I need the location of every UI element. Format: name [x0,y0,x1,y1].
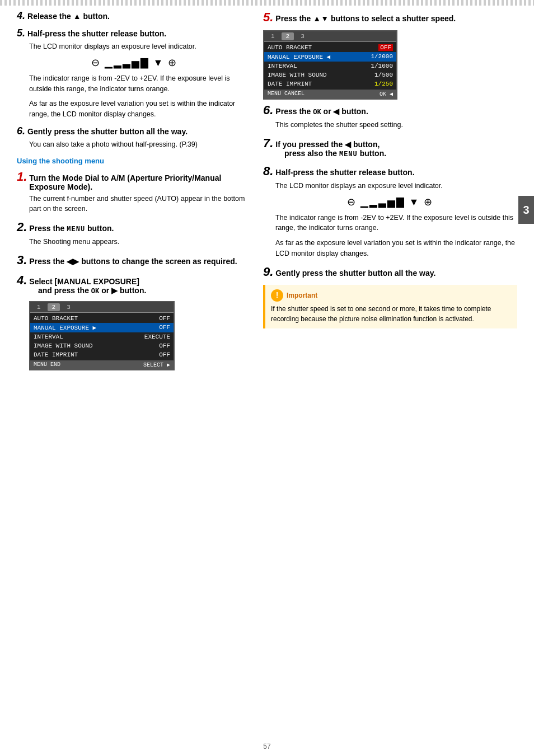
step-5-left-body1: The LCD monitor displays an exposure lev… [29,41,252,52]
right-row-4-label: DATE IMPRINT [268,81,312,87]
right-step-8-body3: As far as the exposure level variation y… [275,238,517,259]
right-step-8-number: 8. [263,164,273,179]
right-step-9-number: 9. [263,265,273,279]
right-camera-menu: 1 2 3 AUTO BRACKET OFF MANUAL EXPOSURE ◀… [263,30,397,100]
left-menu-footer: MENU END SELECT ▶ [30,360,174,369]
right-menu-row-2: INTERVAL 1/1000 [264,62,396,71]
shoot-step-2-body: The Shooting menu appears. [29,237,252,247]
shoot-step-1-number: 1. [17,170,27,184]
right-step-6-number: 6. [263,103,273,118]
left-menu-row-0: AUTO BRACKET OFF [30,314,174,323]
right-step-7-title: If you pressed the ◀ button, press also … [275,140,386,158]
right-row-2-value: 1/1000 [371,63,393,69]
important-text: If the shutter speed is set to one secon… [271,304,512,324]
right-step-8-body2: The indicator range is from -2EV to +2EV… [275,213,517,234]
right-footer-right: OK ◀ [380,91,393,97]
right-footer-left: MENU CANCEL [268,91,305,97]
exposure-indicator-1: ⊖ ▁▂▃▅▇ ▼ ⊕ [17,57,252,69]
left-tab-3: 3 [62,303,75,311]
shoot-step-4: 4. Select [MANUAL EXPOSURE] and press th… [17,273,252,295]
step-5-left-body2: The indicator range is from -2EV to +2EV… [29,73,252,95]
step-5-left-title: Half-press the shutter release button. [27,29,166,38]
left-menu-tabs: 1 2 3 [30,302,174,313]
right-tab-1: 1 [266,32,279,40]
right-step-7-number: 7. [263,136,273,151]
left-row-2-value: EXECUTE [144,334,170,340]
right-step-5-header: 5. Press the ▲▼ buttons to select a shut… [263,10,517,25]
left-tab-1: 1 [32,303,45,311]
step-5-left-header: 5. Half-press the shutter release button… [17,27,252,39]
right-menu-row-3: IMAGE WITH SOUND 1/500 [264,71,396,79]
step-6-left-title: Gently press the shutter button all the … [27,127,188,136]
page-number: 57 [0,737,534,756]
shoot-step-3-number: 3. [17,253,27,267]
exposure-diagram-1: ⊖ ▁▂▃▅▇ ▼ ⊕ [91,57,178,69]
right-row-3-value: 1/500 [374,72,393,78]
step-6-left-header: 6. Gently press the shutter button all t… [17,125,252,137]
step-6-left-number: 6. [17,125,25,137]
right-row-0-label: AUTO BRACKET [268,44,312,51]
shoot-step-3: 3. Press the ◀▶ buttons to change the sc… [17,253,252,267]
step-5-left-body3: As far as the exposure level variation y… [29,98,252,120]
right-row-3-label: IMAGE WITH SOUND [268,72,327,78]
right-step-8-body1: The LCD monitor displays an exposure lev… [275,181,517,191]
shoot-step-2-title: Press the MENU button. [29,224,114,233]
right-menu-rows: AUTO BRACKET OFF MANUAL EXPOSURE ◀ 1/200… [264,42,396,90]
right-row-2-label: INTERVAL [268,63,297,69]
exposure-indicator-2: ⊖ ▁▂▃▅▇ ▼ ⊕ [263,196,517,208]
step-4-left-number: 4. [17,10,25,22]
right-column: 5. Press the ▲▼ buttons to select a shut… [263,10,517,737]
step-5-left-number: 5. [17,27,25,39]
right-step-6-body: This completes the shutter speed setting… [275,120,517,130]
shoot-step-2-header: 2. Press the MENU button. [17,220,252,234]
left-row-0-value: OFF [159,315,170,322]
left-row-1-value: OFF [159,324,170,331]
right-step-5: 5. Press the ▲▼ buttons to select a shut… [263,10,517,25]
right-step-6-title: Press the OK or ◀ button. [275,107,368,116]
step-4-left: 4. Release the ▲ button. [17,10,252,22]
shoot-step-1-body: The current f-number and shutter speed (… [29,194,252,215]
left-row-1-label: MANUAL EXPOSURE ▶ [34,324,96,331]
left-row-4-label: DATE IMPRINT [34,351,78,358]
top-border [0,0,534,6]
left-menu-rows: AUTO BRACKET OFF MANUAL EXPOSURE ▶ OFF I… [30,313,174,360]
left-menu-row-1: MANUAL EXPOSURE ▶ OFF [30,323,174,332]
left-menu-row-4: DATE IMPRINT OFF [30,350,174,359]
left-tab-2: 2 [48,303,60,311]
important-icon: ! [271,289,283,302]
left-column: 4. Release the ▲ button. 5. Half-press t… [17,10,252,737]
section-heading: Using the shooting menu [17,157,252,165]
right-step-7: 7. If you pressed the ◀ button, press al… [263,136,517,158]
right-menu-footer: MENU CANCEL OK ◀ [264,90,396,98]
shoot-step-1-header: 1. Turn the Mode Dial to A/M (Aperture P… [17,170,252,191]
step-4-left-title: Release the ▲ button. [27,12,110,21]
right-step-5-title: Press the ▲▼ buttons to select a shutter… [275,14,456,23]
left-menu-row-3: IMAGE WITH SOUND OFF [30,341,174,350]
shoot-step-2-number: 2. [17,220,27,234]
page-container: 4. Release the ▲ button. 5. Half-press t… [0,0,534,756]
right-row-0-value: OFF [378,44,393,51]
left-row-0-label: AUTO BRACKET [34,315,78,322]
shoot-step-4-header: 4. Select [MANUAL EXPOSURE] and press th… [17,273,252,295]
right-step-8-title: Half-press the shutter release button. [275,168,414,177]
section-tab: 3 [518,196,534,224]
important-header: ! Important [271,289,512,302]
left-camera-menu: 1 2 3 AUTO BRACKET OFF MANUAL EXPOSURE ▶… [29,301,175,370]
left-row-3-label: IMAGE WITH SOUND [34,342,93,349]
right-row-4-value: 1/250 [374,81,393,87]
right-step-7-header: 7. If you pressed the ◀ button, press al… [263,136,517,158]
right-row-1-label: MANUAL EXPOSURE ◀ [268,53,330,60]
right-row-1-value: 1/2000 [371,53,393,60]
right-step-9-title: Gently press the shutter button all the … [275,269,435,278]
shoot-step-4-number: 4. [17,273,27,288]
left-footer-right: SELECT ▶ [143,361,170,368]
right-menu-row-1: MANUAL EXPOSURE ◀ 1/2000 [264,52,396,62]
main-content: 4. Release the ▲ button. 5. Half-press t… [0,10,534,737]
right-step-5-number: 5. [263,10,273,25]
right-menu-tabs: 1 2 3 [264,31,396,42]
right-step-8-header: 8. Half-press the shutter release button… [263,164,517,179]
right-step-9: 9. Gently press the shutter button all t… [263,265,517,279]
shoot-step-1: 1. Turn the Mode Dial to A/M (Aperture P… [17,170,252,215]
step-4-left-header: 4. Release the ▲ button. [17,10,252,22]
right-tab-3: 3 [296,32,309,40]
